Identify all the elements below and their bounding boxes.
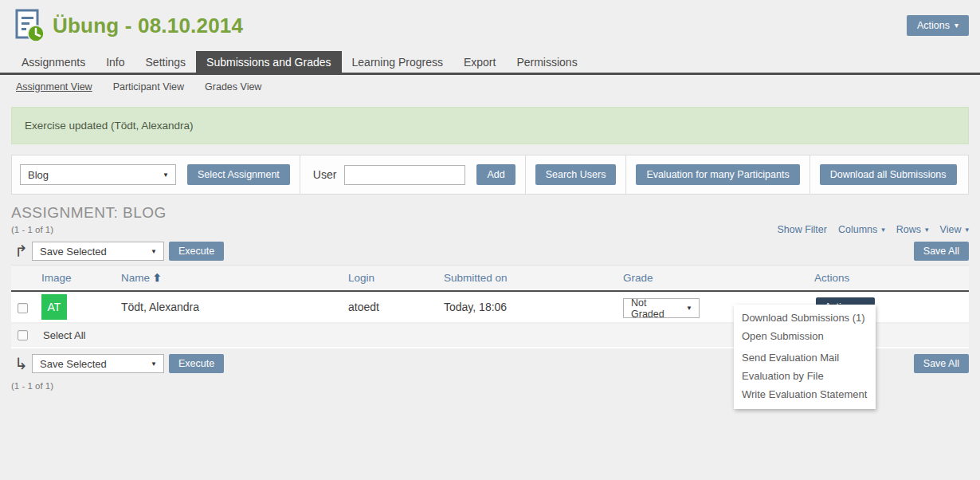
caret-down-icon: ▾: [965, 226, 969, 234]
save-all-button-bottom[interactable]: Save All: [914, 354, 969, 373]
table-controls: Show Filter Columns ▾ Rows ▾ View ▾: [777, 224, 969, 235]
page-title: Übung - 08.10.2014: [53, 14, 243, 38]
toolbar: Blog ▼ Select Assignment User Add Search…: [11, 155, 969, 195]
execute-button-top[interactable]: Execute: [169, 242, 224, 261]
toolbar-separator: [625, 155, 626, 194]
tab-info[interactable]: Info: [96, 51, 135, 73]
header-grade: Grade: [617, 266, 808, 292]
tab-bar: Assignments Info Settings Submissions an…: [0, 51, 980, 75]
select-arrow-icon: ▼: [151, 248, 157, 255]
exercise-icon: [11, 8, 45, 43]
cell-submitted-on: Today, 18:06: [437, 291, 617, 322]
tab-learning-progress[interactable]: Learning Progress: [342, 51, 453, 73]
select-assignment-button[interactable]: Select Assignment: [187, 164, 290, 185]
success-message: Exercise updated (Tödt, Alexandra): [11, 107, 969, 144]
rows-dropdown[interactable]: Rows ▾: [896, 224, 929, 235]
page-actions-label: Actions: [917, 20, 950, 31]
tab-export[interactable]: Export: [453, 51, 506, 73]
header-login: Login: [342, 266, 437, 292]
table-meta-row: (1 - 1 of 1) Show Filter Columns ▾ Rows …: [11, 224, 969, 235]
columns-dropdown[interactable]: Columns ▾: [838, 224, 885, 235]
avatar: AT: [41, 294, 67, 320]
bulk-select-top[interactable]: Save Selected ▼: [32, 242, 164, 261]
tab-settings[interactable]: Settings: [135, 51, 197, 73]
menu-item-download-submissions[interactable]: Download Submissions (1): [734, 309, 876, 327]
add-user-button[interactable]: Add: [476, 164, 515, 185]
menu-item-evaluation-by-file[interactable]: Evaluation by File: [734, 367, 876, 385]
view-dropdown[interactable]: View ▾: [940, 224, 969, 235]
user-label: User: [313, 168, 337, 181]
caret-down-icon: ▾: [955, 22, 958, 30]
row-actions-menu: Download Submissions (1) Open Submission…: [734, 305, 876, 409]
toolbar-separator: [525, 155, 526, 194]
execute-button-bottom[interactable]: Execute: [169, 354, 224, 373]
grade-select[interactable]: Not Graded ▼: [623, 298, 700, 318]
header-checkbox-spacer: [11, 266, 35, 292]
bulk-select-bottom[interactable]: Save Selected ▼: [32, 354, 164, 373]
result-range-top: (1 - 1 of 1): [11, 225, 53, 234]
header-actions: Actions: [808, 266, 969, 292]
bulk-actions-top: ↱ Save Selected ▼ Execute Save All: [11, 238, 969, 265]
header-submitted-on: Submitted on: [437, 266, 617, 292]
arrow-up-right-icon: ↱: [11, 242, 32, 261]
table-header-row: Image Name ⬆ Login Submitted on Grade Ac…: [11, 266, 969, 292]
menu-item-write-evaluation-statement[interactable]: Write Evaluation Statement: [734, 385, 876, 403]
select-arrow-icon: ▼: [151, 360, 157, 368]
select-all-label: Select All: [43, 329, 85, 341]
row-checkbox[interactable]: [18, 303, 28, 313]
select-all-checkbox[interactable]: [18, 330, 28, 340]
menu-item-open-submission[interactable]: Open Submission: [734, 327, 876, 345]
grade-select-value: Not Graded: [631, 297, 678, 320]
page-actions-button[interactable]: Actions ▾: [907, 15, 969, 36]
cell-login: atoedt: [342, 291, 437, 322]
assignment-select-value: Blog: [28, 169, 49, 181]
rows-label: Rows: [896, 224, 921, 235]
subtab-assignment-view[interactable]: Assignment View: [16, 81, 92, 92]
save-all-button-top[interactable]: Save All: [914, 242, 969, 261]
columns-label: Columns: [838, 224, 877, 235]
page-header: Übung - 08.10.2014 Actions ▾: [0, 0, 980, 48]
bulk-select-top-value: Save Selected: [40, 246, 107, 258]
cell-name: Tödt, Alexandra: [115, 291, 342, 322]
toolbar-separator: [300, 155, 300, 194]
subtab-bar: Assignment View Participant View Grades …: [0, 75, 980, 97]
search-users-button[interactable]: Search Users: [535, 164, 617, 185]
toolbar-separator: [809, 155, 810, 194]
arrow-down-right-icon: ↳: [11, 354, 32, 373]
subtab-grades-view[interactable]: Grades View: [205, 81, 261, 92]
view-label: View: [940, 224, 962, 235]
caret-down-icon: ▾: [925, 226, 929, 234]
assignment-select[interactable]: Blog ▼: [20, 164, 176, 185]
tab-submissions-and-grades[interactable]: Submissions and Grades: [196, 51, 341, 73]
tab-permissions[interactable]: Permissions: [506, 51, 587, 73]
tab-assignments[interactable]: Assignments: [11, 51, 96, 73]
header-name[interactable]: Name ⬆: [115, 266, 342, 292]
show-filter-link[interactable]: Show Filter: [777, 224, 827, 235]
select-arrow-icon: ▼: [686, 305, 692, 312]
download-all-submissions-button[interactable]: Download all Submissions: [820, 164, 957, 185]
header-image: Image: [35, 266, 115, 292]
select-arrow-icon: ▼: [163, 171, 169, 179]
header-name-label: Name: [121, 272, 150, 284]
subtab-participant-view[interactable]: Participant View: [113, 81, 184, 92]
table-title: ASSIGNMENT: BLOG: [11, 204, 969, 222]
menu-item-send-evaluation-mail[interactable]: Send Evaluation Mail: [734, 348, 876, 367]
user-input[interactable]: [344, 165, 465, 185]
sort-ascending-icon: ⬆: [153, 272, 162, 284]
caret-down-icon: ▾: [881, 226, 885, 234]
bulk-select-bottom-value: Save Selected: [40, 358, 107, 370]
evaluation-many-button[interactable]: Evaluation for many Participants: [636, 164, 799, 185]
